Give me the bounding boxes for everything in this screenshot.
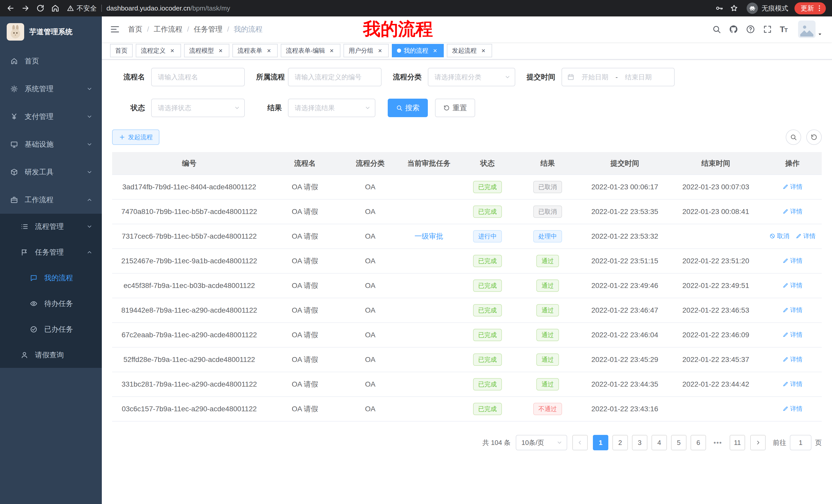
detail-action-link[interactable]: 详情 xyxy=(782,281,802,289)
close-icon[interactable]: × xyxy=(217,47,224,54)
browser-home-icon[interactable] xyxy=(51,4,60,12)
sidebar-item-done-tasks[interactable]: 已办任务 xyxy=(0,316,102,342)
sidebar-item-task-management[interactable]: 任务管理 xyxy=(0,240,102,265)
tab-process-form-edit[interactable]: 流程表单-编辑× xyxy=(281,44,340,57)
sidebar-item-process-management[interactable]: 流程管理 xyxy=(0,214,102,240)
browser-forward-icon[interactable] xyxy=(21,4,30,12)
update-button[interactable]: 更新 xyxy=(795,2,826,15)
sidebar-item-system-management[interactable]: 系统管理 xyxy=(0,75,102,103)
detail-action-link[interactable]: 详情 xyxy=(782,380,802,388)
result-select-input[interactable] xyxy=(295,104,365,112)
sidebar-item-home[interactable]: 首页 xyxy=(0,47,102,75)
sidebar-item-infrastructure[interactable]: 基础设施 xyxy=(0,131,102,158)
pagination: 共 104 条 10条/页 123456•••11 前往 页 xyxy=(112,435,822,450)
briefcase-icon xyxy=(10,196,18,204)
sidebar-item-dev-tools[interactable]: 研发工具 xyxy=(0,158,102,186)
start-date-input[interactable] xyxy=(577,73,613,81)
search-button[interactable]: 搜索 xyxy=(388,99,428,117)
cancel-action-link[interactable]: 取消 xyxy=(769,232,789,240)
tab-my-process[interactable]: 我的流程× xyxy=(392,44,444,57)
category-label: 流程分类 xyxy=(393,72,428,82)
password-key-icon[interactable] xyxy=(715,4,724,12)
end-date-input[interactable] xyxy=(620,73,656,81)
sidebar-item-label: 基础设施 xyxy=(25,139,53,149)
sidebar-item-my-process[interactable]: 我的流程 xyxy=(0,265,102,291)
sidebar-item-todo-tasks[interactable]: 待办任务 xyxy=(0,291,102,316)
fullscreen-icon[interactable] xyxy=(763,25,772,34)
category-select-input[interactable] xyxy=(435,73,504,81)
cell-category: OA xyxy=(343,298,397,323)
close-icon[interactable]: × xyxy=(376,47,384,54)
font-size-icon[interactable]: TT xyxy=(780,25,787,34)
detail-action-link[interactable]: 详情 xyxy=(796,232,815,240)
tab-user-group[interactable]: 用户分组× xyxy=(343,44,389,57)
tab-process-model[interactable]: 流程模型× xyxy=(184,44,229,57)
detail-action-link[interactable]: 详情 xyxy=(782,355,802,363)
close-icon[interactable]: × xyxy=(480,47,487,54)
pagination-ellipsis[interactable]: ••• xyxy=(710,435,726,450)
bookmark-star-icon[interactable] xyxy=(730,4,738,12)
page-button-2[interactable]: 2 xyxy=(613,435,628,450)
toggle-search-button[interactable] xyxy=(786,130,801,145)
close-icon[interactable]: × xyxy=(432,47,439,54)
refresh-table-button[interactable] xyxy=(806,130,822,145)
sidebar-item-leave-query[interactable]: 请假查询 xyxy=(0,342,102,368)
detail-action-link[interactable]: 详情 xyxy=(782,404,802,413)
close-icon[interactable]: × xyxy=(265,47,272,54)
status-select-input[interactable] xyxy=(158,104,234,112)
cell-actions: 详情 xyxy=(763,323,822,347)
page-button-1[interactable]: 1 xyxy=(593,435,608,450)
browser-reload-icon[interactable] xyxy=(36,4,45,12)
browser-menu-icon[interactable] xyxy=(815,4,823,12)
create-process-button[interactable]: 发起流程 xyxy=(112,130,159,145)
detail-action-link[interactable]: 详情 xyxy=(782,257,802,265)
search-icon[interactable] xyxy=(712,25,721,34)
page-button-4[interactable]: 4 xyxy=(651,435,667,450)
close-icon[interactable]: × xyxy=(169,47,176,54)
breadcrumb-item[interactable]: 任务管理 xyxy=(194,24,223,34)
process-table: 编号流程名流程分类当前审批任务状态结果提交时间结束时间操作 3ad174fb-7… xyxy=(112,152,822,422)
page-size-select[interactable]: 10条/页 xyxy=(516,435,567,450)
cell-status: 已完成 xyxy=(461,347,514,372)
detail-action-link[interactable]: 详情 xyxy=(782,306,802,314)
status-tag: 已完成 xyxy=(473,403,502,415)
app-logo[interactable]: 芋道管理系统 xyxy=(0,17,102,47)
reset-button[interactable]: 重置 xyxy=(435,99,475,117)
sidebar-item-payment-management[interactable]: 支付管理 xyxy=(0,103,102,131)
close-icon[interactable]: × xyxy=(328,47,335,54)
prev-page-button[interactable] xyxy=(572,435,588,450)
hamburger-icon[interactable] xyxy=(110,24,120,34)
goto-page-input[interactable] xyxy=(790,435,811,450)
chevron-right-icon xyxy=(755,440,761,446)
tab-start-process[interactable]: 发起流程× xyxy=(447,44,492,57)
github-icon[interactable] xyxy=(729,25,738,34)
browser-back-icon[interactable] xyxy=(6,4,15,12)
user-avatar[interactable] xyxy=(798,21,815,38)
breadcrumb-item[interactable]: 首页 xyxy=(128,24,142,34)
process-name-input[interactable] xyxy=(151,68,245,86)
process-definition-input[interactable] xyxy=(288,68,382,86)
detail-action-link[interactable]: 详情 xyxy=(782,331,802,339)
cell-status: 已完成 xyxy=(461,323,514,347)
tab-home[interactable]: 首页 xyxy=(110,44,133,57)
result-select[interactable] xyxy=(288,99,375,117)
page-button-5[interactable]: 5 xyxy=(671,435,686,450)
status-select[interactable] xyxy=(151,99,245,117)
tab-process-definition[interactable]: 流程定义× xyxy=(136,44,181,57)
category-select[interactable] xyxy=(428,68,515,86)
tab-process-form[interactable]: 流程表单× xyxy=(232,44,278,57)
submit-time-range-picker[interactable]: - xyxy=(562,68,675,86)
cell-result: 通过 xyxy=(514,298,581,323)
page-button-6[interactable]: 6 xyxy=(691,435,706,450)
sidebar-item-workflow[interactable]: 工作流程 xyxy=(0,186,102,214)
detail-action-link[interactable]: 详情 xyxy=(782,183,802,191)
help-icon[interactable] xyxy=(746,25,755,34)
breadcrumb-item[interactable]: 工作流程 xyxy=(154,24,183,34)
current-task-link[interactable]: 一级审批 xyxy=(414,232,443,240)
page-button-11[interactable]: 11 xyxy=(730,435,745,450)
address-bar[interactable]: 不安全 dashboard.yudao.iocoder.cn/bpm/task/… xyxy=(67,4,707,13)
next-page-button[interactable] xyxy=(750,435,766,450)
detail-action-link[interactable]: 详情 xyxy=(782,207,802,216)
page-button-3[interactable]: 3 xyxy=(632,435,647,450)
create-process-label: 发起流程 xyxy=(128,133,153,141)
